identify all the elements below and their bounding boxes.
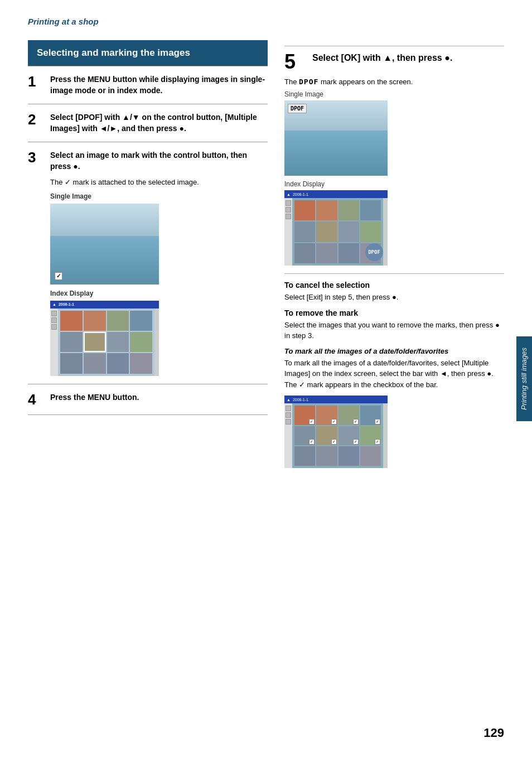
content-area: Selecting and marking the images 1 Press… xyxy=(28,40,504,468)
step-4-number: 4 xyxy=(28,392,36,407)
step-5-body: The DPOF mark appears on the screen. xyxy=(284,78,504,86)
left-column: Selecting and marking the images 1 Press… xyxy=(28,40,268,468)
index-bar-r: ▲ 2008-1-1 xyxy=(284,190,388,198)
step-3-index-image: ▲ 2008-1-1 xyxy=(50,301,159,376)
top-label: Printing at a shop xyxy=(28,17,504,26)
page-number: 129 xyxy=(483,726,504,740)
step-3-label-single: Single Image xyxy=(50,192,268,201)
dpof-badge-index: DPOF xyxy=(365,243,383,261)
step-3-heading: Select an image to mark with the control… xyxy=(50,151,247,171)
check-mark: ✓ xyxy=(55,272,62,280)
remove-body: Select the images that you want to remov… xyxy=(284,320,504,341)
step-3-number: 3 xyxy=(28,150,36,165)
cancel-body: Select [Exit] in step 5, then press ●. xyxy=(284,292,504,303)
step-5: 5 Select [OK] with ▲, then press ●. xyxy=(284,52,504,72)
sky-bg xyxy=(50,204,159,236)
index-scroll-b xyxy=(383,403,388,468)
step-5-single-image: DPOF xyxy=(284,100,388,176)
index-bar-b: ▲ 2008-1-1 xyxy=(284,396,388,403)
step-4-text: Press the MENU button. xyxy=(50,392,268,403)
index-scroll-r xyxy=(383,198,388,266)
step-1: 1 Press the MENU button while displaying… xyxy=(28,66,268,104)
step-5-body-suffix: mark appears on the screen. xyxy=(321,78,413,86)
step-4: 4 Press the MENU button. xyxy=(28,384,268,415)
mark-all-index-image: ▲ 2008-1-1 ✓ ✓ xyxy=(284,396,388,468)
cancel-heading: To cancel the selection xyxy=(284,281,504,290)
step-5-label-index: Index Display xyxy=(284,180,504,188)
index-thumb-grid xyxy=(58,308,154,376)
step-5-label-single: Single Image xyxy=(284,90,504,98)
step-5-body-prefix: The xyxy=(284,78,297,86)
right-column: 5 Select [OK] with ▲, then press ●. The … xyxy=(284,40,504,468)
index-sidebar-r xyxy=(284,198,292,266)
mark-all-image-area: ▲ 2008-1-1 ✓ ✓ xyxy=(284,396,504,468)
index-thumb-grid-b: ✓ ✓ ✓ ✓ ✓ xyxy=(292,403,383,468)
remove-heading: To remove the mark xyxy=(284,308,504,317)
step-3-text: Select an image to mark with the control… xyxy=(50,150,268,375)
dpof-badge-single: DPOF xyxy=(288,104,307,113)
section-header: Selecting and marking the images xyxy=(28,40,268,66)
step-2-number: 2 xyxy=(28,112,36,127)
step-1-number: 1 xyxy=(28,74,36,89)
step-2-text: Select [DPOF] with ▲/▼ on the control bu… xyxy=(50,112,268,134)
mark-all-heading: To mark all the images of a date/folder/… xyxy=(284,347,504,355)
mid-divider xyxy=(284,273,504,274)
index-sidebar xyxy=(50,308,58,376)
step-3-body: The ✓ mark is attached to the selected i… xyxy=(50,177,268,188)
side-tab: Printing still images xyxy=(516,336,532,421)
step-5-dpof: DPOF xyxy=(299,78,318,86)
mark-all-body: To mark all the images of a date/folder/… xyxy=(284,358,504,390)
index-scroll xyxy=(154,308,159,376)
step-2: 2 Select [DPOF] with ▲/▼ on the control … xyxy=(28,104,268,142)
step-1-text: Press the MENU button while displaying i… xyxy=(50,74,268,96)
step-5-heading: Select [OK] with ▲, then press ●. xyxy=(312,52,504,64)
step-3-single-image: ✓ xyxy=(50,204,159,285)
top-divider xyxy=(284,46,504,46)
step-5-number: 5 xyxy=(284,52,296,72)
index-sidebar-b xyxy=(284,403,292,468)
sea-bg-r xyxy=(284,131,388,176)
step-3-label-index: Index Display xyxy=(50,289,268,298)
page: Printing at a shop Selecting and marking… xyxy=(0,0,532,757)
step-5-index-image: ▲ 2008-1-1 xyxy=(284,190,388,266)
index-bar: ▲ 2008-1-1 xyxy=(50,301,159,308)
sea-bg xyxy=(50,236,159,285)
step-3: 3 Select an image to mark with the contr… xyxy=(28,142,268,383)
